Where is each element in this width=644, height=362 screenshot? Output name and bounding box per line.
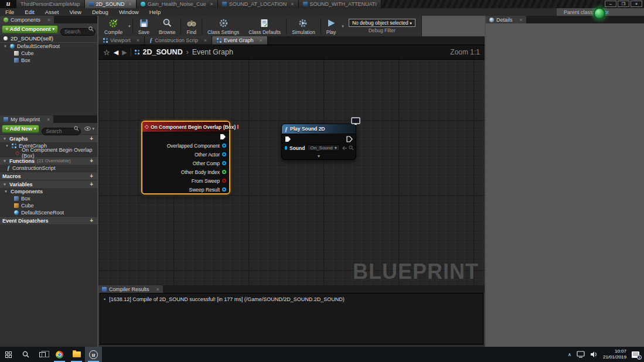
expander-icon[interactable]: ▾ [2,136,7,141]
save-button[interactable]: Save [134,16,154,36]
expand-node-chevron-icon[interactable]: ▼ [317,154,321,158]
network-icon[interactable] [577,351,585,358]
object-pin[interactable] [222,161,226,165]
close-icon[interactable]: × [204,37,207,43]
view-options-button[interactable]: ▾ [83,127,96,131]
add-macro-button[interactable]: + [88,173,95,179]
exec-out-pin[interactable] [220,134,226,140]
component-row-defaultsceneroot[interactable]: ▾ DefaultSceneRoot [0,43,97,50]
object-pin[interactable] [285,146,287,150]
add-dispatcher-button[interactable]: + [88,217,95,224]
tab-components[interactable]: Components × [0,16,54,23]
play-button[interactable]: Play [322,16,341,36]
variable-cube[interactable]: Cube [0,202,97,209]
compile-options-chevron-icon[interactable]: ▾ [127,24,132,29]
task-view-button[interactable] [34,347,51,362]
debug-object-dropdown[interactable]: No debug object selected ▾ [349,19,415,27]
event-graph-canvas[interactable]: ◇ On Component Begin Overlap (Box) Overl… [98,45,485,285]
node-header[interactable]: ƒ Play Sound 2D [282,124,356,134]
object-pin[interactable] [222,144,226,148]
tab-my-blueprint[interactable]: My Blueprint × [0,115,53,123]
variable-box[interactable]: Box [0,195,97,202]
taskbar-chrome-button[interactable] [51,347,68,362]
browse-asset-icon[interactable] [349,145,354,151]
close-icon[interactable]: × [156,286,159,292]
use-selected-asset-icon[interactable] [342,146,347,151]
exec-out-pin[interactable] [346,136,353,142]
class-settings-button[interactable]: Class Settings [203,16,244,36]
tab-details[interactable]: Details × [486,16,526,23]
breadcrumb-current[interactable]: Event Graph [192,48,233,56]
class-defaults-button[interactable]: ✓ Class Defaults [244,16,285,36]
bool-pin[interactable] [222,179,226,183]
breadcrumb-root[interactable]: 2D_SOUND [143,48,183,56]
notification-center-icon[interactable]: 1 [632,351,639,358]
menu-window[interactable]: Window [114,9,144,15]
add-new-button[interactable]: + Add New ▾ [2,125,39,133]
add-component-button[interactable]: + Add Component ▾ [2,25,58,33]
expander-icon[interactable]: ▾ [3,44,8,49]
close-icon[interactable]: × [259,37,262,43]
add-graph-button[interactable]: + [88,135,95,142]
compile-button[interactable]: ✓ Compile [100,16,127,36]
doc-tab-sound-at-location[interactable]: SOUND_AT_LOCATION × [218,0,299,8]
menu-asset[interactable]: Asset [40,9,64,15]
expander-icon[interactable]: ▾ [2,182,7,187]
add-function-button[interactable]: + [88,158,95,164]
doc-tab-2d-sound[interactable]: 2D_SOUND × [85,0,137,8]
status-orb-icon[interactable] [594,8,605,19]
expander-icon[interactable]: ▾ [2,159,7,163]
component-row-cube[interactable]: Cube [0,50,97,57]
find-button[interactable]: Find [182,16,201,36]
nav-back-icon[interactable]: ◀ [114,49,118,56]
expander-icon[interactable]: ▾ [5,144,9,148]
menu-file[interactable]: File [0,9,19,15]
doc-tab-sound-with-attenuati[interactable]: SOUND_WITH_ATTENUATI [299,0,381,8]
tab-viewport[interactable]: Viewport × [98,36,145,45]
sound-asset-dropdown[interactable]: On_Sound ▾ [307,145,339,151]
tab-compiler-results[interactable]: Compiler Results × [98,285,163,293]
item-constructionscript[interactable]: ƒ ConstructionScript [0,165,97,172]
menu-help[interactable]: Help [144,9,166,15]
favorite-star-icon[interactable]: ☆ [103,48,110,57]
close-icon[interactable]: × [520,17,523,23]
taskbar-explorer-button[interactable] [68,347,85,362]
section-event-dispatchers[interactable]: Event Dispatchers + [0,216,97,224]
minimize-button[interactable]: – [605,1,616,7]
node-play-sound-2d[interactable]: ƒ Play Sound 2D Sound On_Sound [281,124,356,160]
section-variables[interactable]: ▾ Variables + [0,180,97,188]
item-on-component-begin-overlap[interactable]: ◇ On Component Begin Overlap (Box) [0,149,97,156]
component-row-box[interactable]: Box [0,57,97,64]
nav-forward-icon[interactable]: ▶ [122,49,127,56]
close-button[interactable]: × [631,1,642,7]
menu-view[interactable]: View [64,9,86,15]
close-icon[interactable]: × [47,17,50,23]
browse-button[interactable]: Browse [154,16,180,36]
menu-debug[interactable]: Debug [87,9,114,15]
variable-defaultsceneroot[interactable]: DefaultSceneRoot [0,209,97,216]
tab-event-graph[interactable]: Event Graph × [212,36,268,45]
taskbar-search-button[interactable] [17,347,34,362]
delegate-pin[interactable] [237,125,238,129]
object-pin[interactable] [222,152,226,156]
int-pin[interactable] [222,170,226,174]
tab-construction-script[interactable]: ƒ Construction Scrip × [145,36,212,45]
struct-pin[interactable] [222,187,226,192]
close-icon[interactable]: × [291,1,294,7]
speaker-icon[interactable] [590,351,598,358]
node-header[interactable]: ◇ On Component Begin Overlap (Box) [142,122,229,132]
expander-icon[interactable]: ▾ [4,189,8,194]
maximize-button[interactable]: ❐ [618,1,629,7]
taskbar-unreal-button[interactable]: u [85,347,102,362]
tray-expand-chevron-icon[interactable]: ∧ [568,352,571,357]
menu-edit[interactable]: Edit [19,9,39,15]
close-icon[interactable]: × [129,1,132,7]
close-icon[interactable]: × [137,37,139,43]
exec-in-pin[interactable] [285,136,291,142]
start-button[interactable] [0,347,17,362]
doc-tab-gain-health-noise-cue[interactable]: Gain_Health_Noise_Cue × [137,0,218,8]
section-macros[interactable]: Macros + [0,172,97,180]
section-graphs[interactable]: ▾ Graphs + [0,134,97,142]
simulation-button[interactable]: Simulation [287,16,320,36]
doc-tab-thirdpersonexamplemap[interactable]: ThirdPersonExampleMap [16,0,85,8]
